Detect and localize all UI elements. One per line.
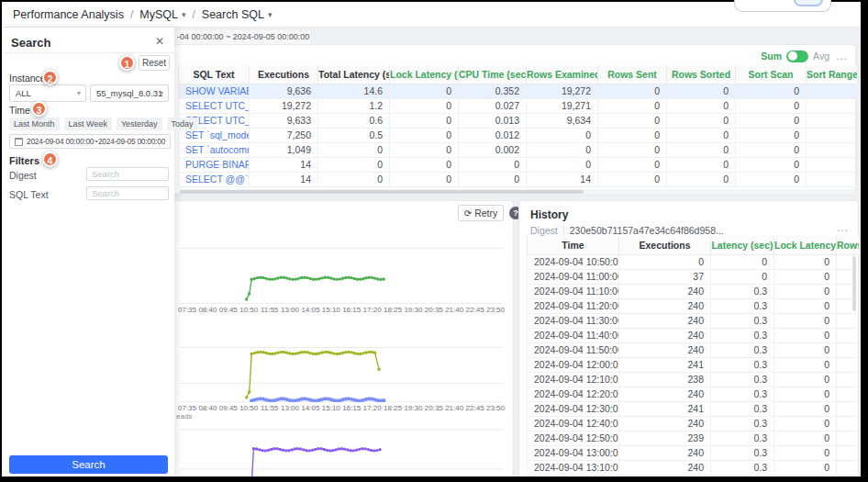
table-cell: 19,272 <box>527 84 598 98</box>
retry-button[interactable]: ⟳ Retry <box>458 205 504 221</box>
x-axis-tick-label: 18:25 <box>384 306 402 314</box>
chip-last-month[interactable]: Last Month <box>9 118 60 130</box>
table-cell: 0 <box>774 460 837 475</box>
table-cell: 0 <box>774 357 837 372</box>
table-cell: 2024-09-04 11:20:00 <box>528 298 619 313</box>
table-cell: 240 <box>619 284 711 298</box>
table-row[interactable]: SHOW VARIABLES LI...9,63614.600.35219,27… <box>179 84 858 98</box>
table-cell: 240 <box>619 328 711 342</box>
table-cell: 0.3 <box>711 313 774 328</box>
column-header-rows-sent[interactable]: Rows Sent <box>598 65 667 84</box>
table-cell: 0 <box>667 157 736 172</box>
column-header-time[interactable]: Time <box>528 236 619 254</box>
table-cell: 0 <box>667 98 736 113</box>
digest-label: Digest <box>530 225 558 236</box>
column-header-rows-examined[interactable]: Rows Examined <box>837 236 860 254</box>
column-header-sql-text[interactable]: SQL Text <box>179 65 250 84</box>
table-row[interactable]: SELECT UTC_TIMEST...9,6330.600.0139,6340… <box>179 113 858 128</box>
table-cell: 0 <box>527 128 598 142</box>
close-icon[interactable]: ✕ <box>155 35 164 48</box>
table-cell <box>837 401 860 416</box>
x-axis-tick-label: 17:20 <box>363 404 382 412</box>
table-cell: 2024-09-04 13:00:00 <box>528 445 619 460</box>
table-row: 2024-09-04 10:50:00000 <box>528 254 860 269</box>
table-cell: 1.2 <box>318 98 390 113</box>
table-cell: 239 <box>619 431 711 445</box>
time-quick-options: Last Month Last Week Yesterday Today <box>9 118 198 130</box>
chevron-down-icon[interactable]: ▾ <box>268 10 273 19</box>
table-cell <box>837 445 860 460</box>
search-button[interactable]: Search <box>9 455 168 474</box>
horizontal-scrollbar[interactable] <box>178 189 857 195</box>
sql-text-filter-input[interactable] <box>86 186 169 200</box>
table-cell: 0 <box>736 113 807 128</box>
column-header-rows-sorted[interactable]: Rows Sorted <box>667 65 736 84</box>
scrollbar-thumb[interactable] <box>180 190 584 194</box>
table-cell: 241 <box>619 357 711 372</box>
table-row[interactable]: SET `autocommit` = ...1,049000.0020000 <box>179 142 858 157</box>
reset-button[interactable]: Reset <box>139 55 170 71</box>
table-cell: 0 <box>711 269 774 284</box>
executions-chart[interactable] <box>180 227 503 304</box>
instance-scope-select[interactable]: ALL▾ <box>9 84 86 102</box>
table-cell[interactable]: SHOW VARIABLES LI... <box>179 84 250 98</box>
table-cell: 0 <box>667 128 736 142</box>
chart-canvas <box>180 227 503 304</box>
table-cell[interactable]: SELECT @@`version_... <box>179 172 250 186</box>
table-row[interactable]: SELECT UTC_TIMEST...19,2721.200.02719,27… <box>179 98 858 113</box>
x-axis-tick-label: 11:55 <box>261 306 278 314</box>
column-header-sort-range[interactable]: Sort Range <box>807 65 858 84</box>
breadcrumb-search-sql[interactable]: Search SQL <box>202 8 264 21</box>
x-axis-tick-label: 22:45 <box>466 404 484 412</box>
more-options-icon[interactable]: ... <box>837 221 849 234</box>
table-cell <box>837 431 860 445</box>
table-cell: 9,633 <box>250 113 318 128</box>
x-axis-tick-label: 20:35 <box>425 404 443 412</box>
annotation-badge-1: 1 <box>119 55 135 71</box>
table-row[interactable]: PURGE BINARY LOG...140000000 <box>179 157 858 172</box>
column-header-latency-sec-[interactable]: Latency (sec) <box>711 236 774 254</box>
table-cell: 37 <box>619 269 711 284</box>
chevron-down-icon[interactable]: ▾ <box>182 10 186 19</box>
column-header-rows-examined[interactable]: Rows Examined <box>527 65 598 84</box>
date-range-display[interactable]: -04 00:00:00 ~ 2024-09-05 00:00:00 <box>174 30 310 44</box>
table-row: 2024-09-04 11:30:002400.30 <box>528 313 860 328</box>
column-header-executions[interactable]: Executions <box>619 236 711 254</box>
column-header-sort-scan[interactable]: Sort Scan <box>736 65 807 84</box>
table-cell: 19,272 <box>250 98 318 113</box>
table-cell: 0 <box>774 401 837 416</box>
table-cell <box>837 328 860 342</box>
column-header-total-latency-sec-[interactable]: Total Latency (sec) <box>318 65 390 84</box>
column-header-executions[interactable]: Executions <box>250 65 318 84</box>
table-cell[interactable]: PURGE BINARY LOG... <box>179 157 250 172</box>
chip-last-week[interactable]: Last Week <box>64 118 112 130</box>
digest-filter-input[interactable] <box>86 167 169 181</box>
breadcrumb-mysql[interactable]: MySQL <box>139 8 178 21</box>
chip-yesterday[interactable]: Yesterday <box>117 118 162 130</box>
table-row[interactable]: SET `sql_mode` = `IG...7,2500.500.012000… <box>179 128 858 142</box>
table-cell <box>837 387 860 401</box>
breadcrumb-performance-analysis[interactable]: Performance Analysis <box>13 8 124 21</box>
series-line-latency-olive <box>247 352 379 398</box>
column-header-lock-latency-sec-[interactable]: Lock Latency (sec) <box>390 65 459 84</box>
instance-select[interactable]: 55_mysql_8.0.31▾ <box>90 84 169 102</box>
sum-avg-toggle[interactable] <box>786 50 808 62</box>
table-cell: 0 <box>318 142 390 157</box>
table-cell <box>807 172 858 186</box>
latency-chart[interactable] <box>180 324 503 402</box>
table-cell: 0 <box>459 157 527 172</box>
rows-chart[interactable] <box>180 421 503 482</box>
table-cell: 0 <box>774 445 837 460</box>
column-header-cpu-time-sec-[interactable]: CPU Time (sec) <box>459 65 527 84</box>
table-cell: 9,636 <box>250 84 318 98</box>
table-row[interactable]: SELECT @@`version_...1400014000 <box>179 172 858 186</box>
table-cell: 0 <box>598 113 667 128</box>
table-cell: 2024-09-04 12:40:00 <box>528 416 619 431</box>
column-header-lock-latency-sec-[interactable]: Lock Latency (sec) <box>774 236 837 254</box>
table-cell[interactable]: SET `autocommit` = ... <box>179 142 250 157</box>
more-options-icon[interactable]: ... <box>836 50 848 62</box>
time-range-input[interactable]: 2024-09-04 00:00:00~2024-09-05 00:00:00 <box>9 134 171 149</box>
vertical-scrollbar[interactable] <box>852 256 856 311</box>
chip-today[interactable]: Today <box>167 118 198 130</box>
table-cell[interactable]: SELECT UTC_TIMEST... <box>179 98 250 113</box>
